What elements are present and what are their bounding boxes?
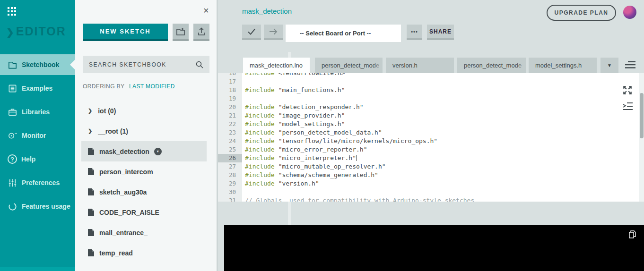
logo-text: EDITOR [16, 25, 66, 38]
sidebar-item-examples[interactable]: Examples [0, 78, 75, 99]
tab-model-settings-h[interactable]: model_settings.h [529, 58, 597, 73]
upload-import-icon [197, 27, 206, 36]
folder-label: __root (1) [98, 127, 128, 135]
console-output[interactable] [224, 225, 644, 271]
close-icon[interactable]: × [203, 6, 209, 15]
file-icon [88, 188, 94, 195]
app-grid-icon[interactable] [8, 7, 16, 16]
current-line: 26#include"micro_interpreter.h" [218, 154, 474, 162]
file-icon [88, 209, 94, 216]
help-icon: ? [8, 154, 17, 164]
search-sketchbook-box [83, 56, 209, 73]
upgrade-plan-button[interactable]: UPGRADE PLAN [547, 5, 616, 21]
sidebar-item-libraries[interactable]: Libraries [0, 102, 75, 122]
libraries-icon [8, 107, 17, 117]
file-icon [88, 168, 94, 175]
more-options-button[interactable]: ••• [407, 25, 422, 40]
sidebar-nav: Sketchbook Examples Libraries Monitor ? … [0, 54, 75, 220]
monitor-icon [8, 131, 17, 141]
sidebar-item-label: Features usage [22, 203, 70, 210]
features-usage-icon [8, 202, 17, 212]
console-format-icon[interactable] [622, 102, 634, 112]
sketch-menu-caret-icon[interactable]: ▼ [154, 148, 162, 155]
tab-dropdown-button[interactable]: ▼ [600, 58, 618, 73]
sketch-label: CODE_FOR_AISLE [99, 209, 159, 216]
sidebar-item-label: Libraries [22, 108, 50, 116]
editor-scrollbar-track [639, 73, 644, 202]
sketch-label: sketch_aug30a [99, 188, 147, 196]
file-icon [88, 229, 94, 236]
avatar[interactable] [623, 6, 636, 19]
sidebar-item-features-usage[interactable]: Features usage [0, 196, 75, 217]
file-icon [88, 249, 94, 256]
sidebar-item-label: Help [21, 155, 35, 163]
folder-row-iot[interactable]: ❯ iot (0) [81, 101, 207, 121]
code-content: 16#include<TensorFlowLite.h> 17 18#inclu… [218, 73, 474, 202]
tab-person-detect-model-2[interactable]: person_detect_mode [457, 58, 526, 73]
chevron-right-icon: ❯ [88, 128, 92, 134]
sketch-row-code-for-aisle[interactable]: CODE_FOR_AISLE [81, 202, 207, 222]
examples-list-icon [8, 84, 17, 93]
logo-chevron-icon: ❯ [6, 27, 15, 37]
sidebar-item-label: Sketchbook [22, 61, 59, 68]
search-input[interactable] [89, 61, 195, 68]
share-button[interactable]: SHARE [427, 25, 454, 40]
ordering-row: ORDERING BY LAST MODIFIED [83, 83, 175, 90]
code-editor[interactable]: 16#include<TensorFlowLite.h> 17 18#inclu… [218, 73, 639, 202]
file-icon [88, 148, 94, 155]
arduino-web-editor: ❯EDITOR Sketchbook Examples Libraries Mo… [0, 0, 644, 271]
sketch-row-mask-detection[interactable]: mask_detection ▼ [81, 141, 207, 161]
right-arrow-icon [269, 28, 278, 35]
sketch-label: mask_detection [99, 148, 149, 155]
sidebar-item-label: Preferences [22, 179, 60, 186]
upload-button[interactable] [264, 25, 283, 40]
check-icon [247, 28, 256, 35]
page-title: mask_detection [242, 7, 292, 15]
editor-logo: ❯EDITOR [6, 25, 66, 38]
ordering-value-link[interactable]: LAST MODIFIED [129, 83, 175, 90]
sketch-list: ❯ iot (0) ❯ __root (1) mask_detection ▼ … [81, 101, 207, 263]
preferences-sliders-icon [8, 178, 17, 188]
editor-scrollbar-thumb[interactable] [640, 93, 644, 138]
sketch-label: mall_entrance_ [99, 229, 148, 237]
active-notch [70, 59, 75, 70]
fullscreen-icon[interactable] [622, 85, 633, 97]
new-folder-button[interactable] [173, 24, 189, 41]
sketch-label: person_intercom [99, 168, 153, 176]
folder-plus-icon [176, 27, 185, 36]
new-sketch-button[interactable]: NEW SKETCH [83, 24, 168, 41]
sketch-row-temp-read[interactable]: temp_read [81, 243, 207, 263]
sidebar-item-preferences[interactable]: Preferences [0, 172, 75, 193]
ordering-by-label: ORDERING BY [83, 83, 124, 90]
sidebar-item-label: Examples [22, 85, 52, 92]
sketchbook-panel: × NEW SKETCH ORDERING BY LAST MODIFIED ❯… [75, 0, 218, 271]
folder-row-root[interactable]: ❯ __root (1) [81, 121, 207, 141]
main-sidebar: ❯EDITOR Sketchbook Examples Libraries Mo… [0, 0, 75, 271]
import-sketch-button[interactable] [193, 24, 209, 41]
sidebar-item-label: Monitor [22, 132, 46, 139]
sidebar-item-sketchbook[interactable]: Sketchbook [0, 54, 75, 75]
sketch-label: temp_read [99, 249, 133, 257]
board-port-select[interactable]: -- Select Board or Port -- [286, 25, 401, 42]
chevron-right-icon: ❯ [88, 108, 92, 114]
verify-button[interactable] [242, 25, 261, 40]
copy-icon[interactable] [629, 230, 636, 240]
sidebar-footer-strip [0, 267, 75, 271]
tab-version-h[interactable]: version.h [386, 58, 454, 73]
tab-mask-detection-ino[interactable]: mask_detection.ino [243, 58, 310, 73]
sketch-row-person-intercom[interactable]: person_intercom [81, 161, 207, 182]
sketch-row-sketch-aug30a[interactable]: sketch_aug30a [81, 182, 207, 202]
sidebar-item-help[interactable]: ? Help [0, 149, 75, 169]
main-area: mask_detection UPGRADE PLAN -- Select Bo… [218, 0, 644, 271]
sidebar-item-monitor[interactable]: Monitor [0, 125, 75, 146]
search-icon[interactable] [195, 60, 204, 69]
sketch-row-mall-entrance[interactable]: mall_entrance_ [81, 222, 207, 243]
text-cursor [357, 155, 357, 161]
tab-list-icon[interactable] [623, 59, 637, 72]
tab-person-detect-model-1[interactable]: person_detect_mode [315, 58, 383, 73]
folder-label: iot (0) [98, 107, 116, 115]
folder-icon [8, 60, 17, 70]
